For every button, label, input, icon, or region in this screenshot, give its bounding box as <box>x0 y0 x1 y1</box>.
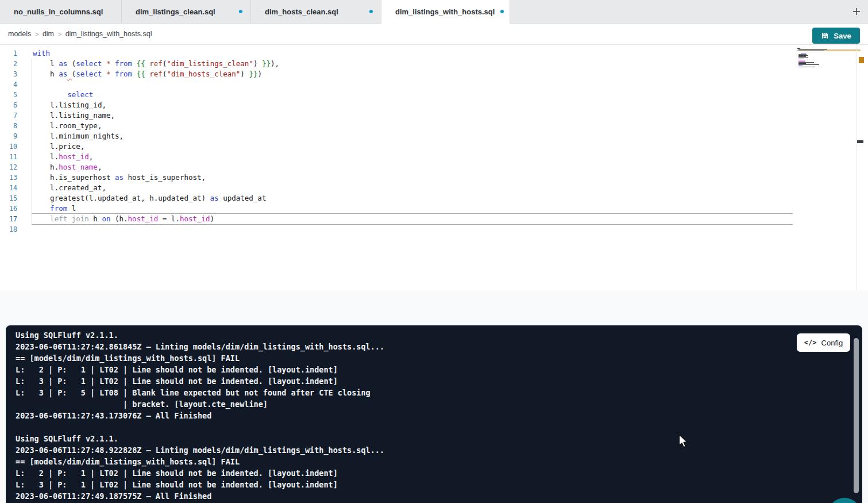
code-line[interactable]: 12 h.host_name, <box>0 162 868 172</box>
code-line[interactable]: 8 l.room_type, <box>0 121 868 131</box>
code-text: l.minimum_nights, <box>33 131 124 141</box>
tab-label: dim_listings_clean.sql <box>136 7 215 16</box>
code-line[interactable]: 16 from l <box>0 203 868 214</box>
code-line[interactable]: 15 greatest(l.updated_at, h.updated_at) … <box>0 193 868 203</box>
code-text: l as (select * from {{ ref("dim_listings… <box>33 59 279 69</box>
line-number: 16 <box>0 203 17 214</box>
save-button[interactable]: Save <box>812 28 860 44</box>
terminal-log: Using SQLFluff v2.1.1. 2023-06-06T11:27:… <box>16 329 862 502</box>
terminal-scrollbar[interactable] <box>854 338 859 493</box>
code-line[interactable]: 2 l as (select * from {{ ref("dim_listin… <box>0 59 868 69</box>
code-lines: 1with2 l as (select * from {{ ref("dim_l… <box>0 48 868 235</box>
line-number: 17 <box>0 214 17 224</box>
line-number: 6 <box>0 100 17 110</box>
code-line[interactable]: 7 l.listing_name, <box>0 110 868 121</box>
code-text: greatest(l.updated_at, h.updated_at) as … <box>33 193 266 203</box>
config-button[interactable]: </> Config <box>797 333 850 352</box>
terminal-panel: Using SQLFluff v2.1.1. 2023-06-06T11:27:… <box>6 325 862 503</box>
line-number: 12 <box>0 162 17 172</box>
editor-scrollbar[interactable] <box>857 45 857 290</box>
code-line[interactable]: 17 left join h on (h.host_id = l.host_id… <box>0 214 868 224</box>
code-line[interactable]: 5 select <box>0 90 868 100</box>
code-text: l.created_at, <box>33 183 106 193</box>
line-number: 5 <box>0 90 17 100</box>
code-text: select <box>33 90 93 100</box>
new-tab-button[interactable] <box>850 5 863 18</box>
breadcrumb-bar: models > dim > dim_listings_with_hosts.s… <box>0 24 868 45</box>
breadcrumb-separator-icon: > <box>55 30 64 39</box>
code-editor[interactable]: 1with2 l as (select * from {{ ref("dim_l… <box>0 45 868 290</box>
editor-tab[interactable]: no_nulls_in_columns.sql <box>0 0 122 24</box>
code-line[interactable]: 3 h as (select * from {{ ref("dim_hosts_… <box>0 69 868 79</box>
tab-label: dim_listings_with_hosts.sql <box>395 7 495 16</box>
line-number: 4 <box>0 79 17 90</box>
cursor-position-marker <box>857 140 863 143</box>
dbt-cloud-ide: { "tabs": { "items": [ { "label": "no_nu… <box>0 0 868 503</box>
tab-bar-filler <box>510 0 868 24</box>
line-number: 18 <box>0 224 17 235</box>
code-text: l.host_id, <box>33 152 93 162</box>
code-line[interactable]: 14 l.created_at, <box>0 183 868 193</box>
minimap[interactable] <box>797 48 840 68</box>
breadcrumb-separator-icon: > <box>32 30 41 39</box>
code-line[interactable]: 4 <box>0 79 868 90</box>
code-text: left join h on (h.host_id = l.host_id) <box>33 214 214 224</box>
editor-tabs: no_nulls_in_columns.sqldim_listings_clea… <box>0 0 510 24</box>
tab-label: no_nulls_in_columns.sql <box>14 7 103 16</box>
code-line[interactable]: 9 l.minimum_nights, <box>0 131 868 141</box>
save-label: Save <box>834 32 851 40</box>
unsaved-changes-icon <box>500 10 504 13</box>
editor-tab[interactable]: dim_listings_clean.sql <box>122 0 251 24</box>
line-number: 11 <box>0 152 17 162</box>
line-number: 14 <box>0 183 17 193</box>
code-brackets-icon: </> <box>804 339 817 347</box>
editor-tab[interactable]: dim_listings_with_hosts.sql <box>381 0 510 24</box>
line-number: 1 <box>0 48 17 59</box>
code-line[interactable]: 1with <box>0 48 868 59</box>
line-number: 15 <box>0 193 17 203</box>
code-line[interactable]: 18 <box>0 224 868 235</box>
code-line[interactable]: 6 l.listing_id, <box>0 100 868 110</box>
tab-bar: no_nulls_in_columns.sqldim_listings_clea… <box>0 0 868 24</box>
save-icon <box>821 32 829 40</box>
code-text: h.host_name, <box>33 162 102 172</box>
code-line[interactable]: 11 l.host_id, <box>0 152 868 162</box>
line-number: 7 <box>0 110 17 121</box>
line-number: 3 <box>0 69 17 79</box>
line-number: 8 <box>0 121 17 131</box>
code-text: from l <box>33 203 76 214</box>
code-text: with <box>33 48 50 59</box>
breadcrumb-item-models[interactable]: models <box>7 30 32 38</box>
editor-tab[interactable]: dim_hosts_clean.sql <box>251 0 381 24</box>
unsaved-changes-icon <box>369 10 373 13</box>
line-number: 10 <box>0 141 17 152</box>
code-text: l.listing_name, <box>33 110 115 121</box>
code-text: h as (select * from {{ ref("dim_hosts_cl… <box>33 69 262 79</box>
code-text: l.price, <box>33 141 84 152</box>
breadcrumb-item-dim[interactable]: dim <box>41 30 55 38</box>
code-line[interactable]: 13 h.is_superhost as host_is_superhost, <box>0 172 868 183</box>
breadcrumb-item-file: dim_listings_with_hosts.sql <box>64 30 153 38</box>
line-number: 2 <box>0 59 17 69</box>
code-text: h.is_superhost as host_is_superhost, <box>33 172 206 183</box>
config-label: Config <box>821 339 843 347</box>
lint-warning-marker <box>859 57 864 63</box>
plus-icon <box>852 7 861 16</box>
tab-label: dim_hosts_clean.sql <box>265 7 338 16</box>
code-line[interactable]: 10 l.price, <box>0 141 868 152</box>
code-text: l.listing_id, <box>33 100 106 110</box>
line-number: 9 <box>0 131 17 141</box>
code-text: l.room_type, <box>33 121 102 131</box>
line-number: 13 <box>0 172 17 183</box>
unsaved-changes-icon <box>239 10 242 13</box>
